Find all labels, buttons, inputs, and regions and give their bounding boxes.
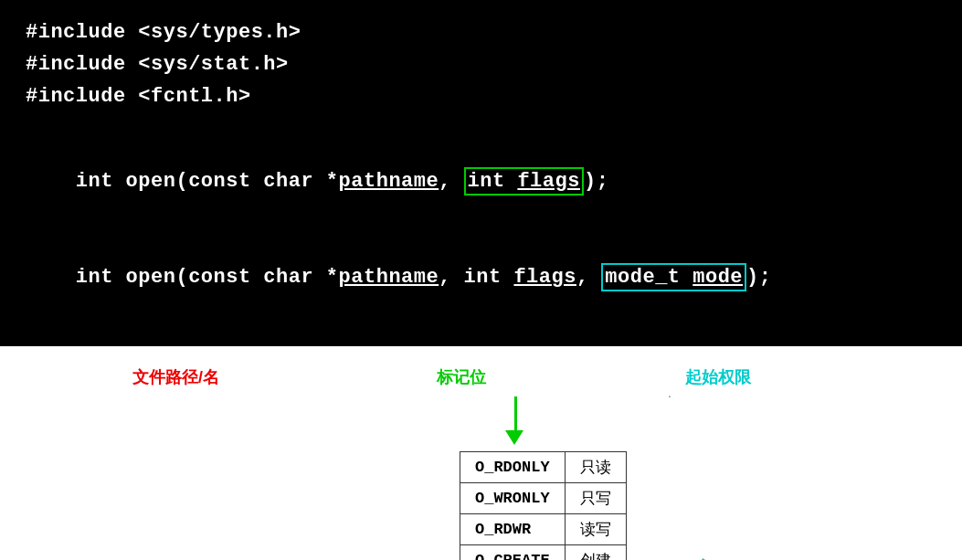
table-row: O_CREATE创建 bbox=[460, 544, 627, 560]
table-row: O_WRONLY只写 bbox=[460, 482, 627, 513]
macro-label: 宏 bbox=[694, 556, 713, 560]
int-keyword-4: int bbox=[464, 266, 514, 289]
macro-arrow-container: ⇒ 宏 bbox=[677, 556, 713, 560]
flag-desc: 读写 bbox=[565, 513, 626, 544]
table-row: O_RDONLY只读 bbox=[460, 451, 627, 482]
mode-var: mode bbox=[692, 266, 743, 289]
semicolon-1: ); bbox=[584, 170, 608, 193]
int-keyword-1: int open( bbox=[76, 170, 188, 193]
flags-1: flags bbox=[517, 170, 580, 193]
flag-desc: 只读 bbox=[565, 451, 626, 482]
dot-decoration: · bbox=[667, 392, 672, 402]
table-row: O_RDWR读写 bbox=[460, 513, 627, 544]
open-signature-1: int open(const char *pathname, int flags… bbox=[26, 133, 936, 230]
include-line-3: #include <fcntl.h> bbox=[26, 80, 936, 112]
const-char-2: const char *pathname, bbox=[188, 266, 463, 289]
flag-name: O_RDWR bbox=[460, 513, 566, 544]
comma-2: , bbox=[576, 266, 601, 289]
flag-desc: 创建 bbox=[565, 544, 626, 560]
flag-name: O_CREATE bbox=[460, 544, 566, 560]
arrow-right-icon: ⇒ bbox=[677, 556, 689, 560]
flags-2: flags bbox=[513, 266, 576, 289]
flag-name: O_RDONLY bbox=[460, 451, 566, 482]
arrow-shaft bbox=[514, 396, 517, 433]
int-keyword-2: int bbox=[468, 170, 518, 193]
const-char-1: const char *pathname, bbox=[188, 170, 463, 193]
label-mode: 起始权限 bbox=[685, 366, 751, 388]
label-filepath: 文件路径/名 bbox=[132, 366, 219, 388]
pathname-1: pathname bbox=[339, 170, 439, 193]
diagram-area: 文件路径/名 标记位 起始权限 · O_RDONLY只读O_WRONLY只写O_… bbox=[0, 346, 962, 560]
open-signature-2: int open(const char *pathname, int flags… bbox=[26, 229, 936, 326]
arrow-head bbox=[505, 430, 523, 445]
semicolon-2: ); bbox=[746, 266, 771, 289]
mode-box: mode_t mode bbox=[601, 263, 746, 291]
flag-desc: 只写 bbox=[565, 482, 626, 513]
int-keyword-3: int open( bbox=[76, 266, 188, 289]
code-block: #include <sys/types.h> #include <sys/sta… bbox=[0, 0, 962, 346]
flag-name: O_WRONLY bbox=[460, 482, 566, 513]
include-line-2: #include <sys/stat.h> bbox=[26, 48, 936, 80]
label-flags: 标记位 bbox=[437, 366, 486, 388]
flags-box: int flags bbox=[464, 167, 584, 195]
include-line-1: #include <sys/types.h> bbox=[26, 16, 936, 48]
flags-table: O_RDONLY只读O_WRONLY只写O_RDWR读写O_CREATE创建O_… bbox=[460, 451, 627, 560]
pathname-2: pathname bbox=[339, 266, 439, 289]
